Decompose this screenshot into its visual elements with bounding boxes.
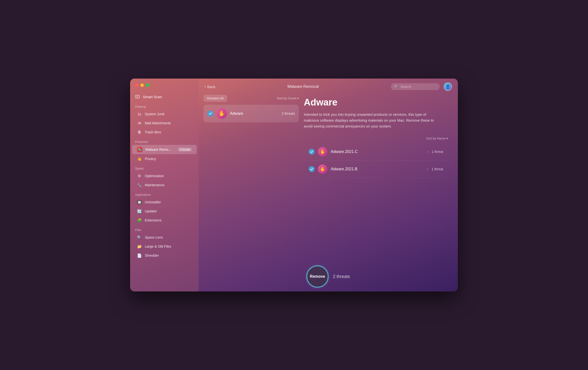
- large-files-icon: 📁: [137, 244, 142, 249]
- sidebar-item-maintenance[interactable]: 🔧 Maintenance: [132, 181, 197, 189]
- sidebar-item-updater[interactable]: 🔄 Updater: [132, 207, 197, 216]
- search-bar[interactable]: 🔍: [391, 83, 440, 90]
- sidebar-item-shredder[interactable]: 📄 Shredder: [132, 251, 197, 260]
- svg-point-7: [139, 175, 140, 177]
- sidebar-section-protection: Protection 🦠 Malware Remo... 2 threats 👋…: [130, 137, 199, 163]
- adware-2021-b-checkbox[interactable]: [309, 166, 315, 172]
- deselect-all-button[interactable]: Deselect All: [204, 95, 227, 102]
- mail-icon: ✉: [137, 121, 142, 126]
- traffic-lights: [130, 83, 199, 92]
- back-label: Back: [207, 85, 215, 89]
- smart-scan-label: Smart Scan: [143, 95, 162, 99]
- privacy-icon: 👋: [137, 156, 142, 161]
- sidebar-item-system-junk[interactable]: 🗂 System Junk: [132, 110, 197, 118]
- malware-removal-label: Malware Remo...: [145, 148, 171, 151]
- maximize-button[interactable]: [146, 83, 149, 87]
- mail-attachments-label: Mail Attachments: [145, 121, 171, 125]
- shredder-icon: 📄: [137, 253, 142, 258]
- avatar-icon: 👤: [445, 84, 450, 89]
- updater-label: Updater: [145, 209, 157, 213]
- optimization-icon: [137, 173, 142, 178]
- app-window: Smart Scan Cleanup 🗂 System Junk ✉ Mail …: [130, 79, 458, 291]
- maintenance-icon: 🔧: [137, 183, 142, 187]
- adware-2021-c-chevron-icon: ›: [427, 150, 428, 154]
- uninstaller-label: Uninstaller: [145, 200, 161, 204]
- space-lens-icon: 🔍: [137, 235, 142, 240]
- header: ‹ Back Malware Removal 🔍 👤: [199, 79, 458, 95]
- section-label-applications: Applications: [130, 190, 199, 197]
- sidebar-item-smart-scan[interactable]: Smart Scan: [130, 92, 199, 102]
- left-panel: Deselect All Sort by Count ▾ ✋ Adware 2 …: [204, 95, 299, 257]
- optimization-label: Optimization: [145, 174, 164, 178]
- adware-2021-c-name: Adware.2021.C: [331, 150, 423, 154]
- back-chevron-icon: ‹: [204, 84, 206, 89]
- sidebar: Smart Scan Cleanup 🗂 System Junk ✉ Mail …: [130, 79, 199, 291]
- content-area: Deselect All Sort by Count ▾ ✋ Adware 2 …: [199, 95, 458, 262]
- adware-threat-name: Adware: [230, 111, 279, 116]
- threat-row-adware[interactable]: ✋ Adware 2 threats: [204, 105, 299, 122]
- uninstaller-icon: 🔲: [137, 200, 142, 205]
- trash-bins-label: Trash Bins: [145, 130, 161, 134]
- sort-by-name-button[interactable]: Sort by Name ▾: [304, 137, 448, 140]
- svg-rect-0: [136, 95, 139, 98]
- smart-scan-icon: [135, 94, 140, 99]
- search-icon: 🔍: [394, 85, 398, 89]
- extensions-icon: 🧩: [137, 218, 142, 223]
- close-button[interactable]: [135, 83, 138, 87]
- sidebar-item-malware-removal[interactable]: 🦠 Malware Remo... 2 threats: [132, 145, 197, 154]
- section-label-cleanup: Cleanup: [130, 102, 199, 109]
- adware-2021-b-name: Adware.2021.B: [331, 167, 423, 171]
- sidebar-section-speed: Speed Optimization 🔧 Maintenance: [130, 163, 199, 190]
- section-label-files: Files: [130, 225, 199, 233]
- malware-badge: 2 threats: [178, 148, 192, 151]
- remove-threats-summary: 2 threats: [333, 274, 350, 279]
- system-junk-icon: 🗂: [137, 112, 142, 116]
- sidebar-section-cleanup: Cleanup 🗂 System Junk ✉ Mail Attachments…: [130, 102, 199, 137]
- back-button[interactable]: ‹ Back: [204, 84, 215, 89]
- adware-threat-icon: ✋: [216, 108, 227, 119]
- adware-2021-c-checkbox[interactable]: [309, 149, 315, 155]
- sidebar-section-files: Files 🔍 Space Lens 📁 Large & Old Files 📄…: [130, 225, 199, 260]
- main-content: ‹ Back Malware Removal 🔍 👤 Deselect All …: [199, 79, 458, 291]
- extensions-label: Extensions: [145, 218, 161, 222]
- adware-2021-b-chevron-icon: ›: [427, 167, 428, 171]
- sidebar-item-space-lens[interactable]: 🔍 Space Lens: [132, 233, 197, 242]
- shredder-label: Shredder: [145, 254, 159, 257]
- system-junk-label: System Junk: [145, 112, 164, 116]
- malware-icon: 🦠: [137, 147, 142, 152]
- sidebar-item-privacy[interactable]: 👋 Privacy: [132, 154, 197, 163]
- trash-icon: 🗑: [137, 130, 142, 135]
- panel-toolbar: Deselect All Sort by Count ▾: [204, 95, 299, 102]
- updater-icon: 🔄: [137, 209, 142, 214]
- adware-description: Intended to trick you into buying unwant…: [304, 112, 441, 129]
- sub-threat-row-adware-2021-b[interactable]: ✋ Adware.2021.B › 1 threat: [304, 161, 448, 178]
- sidebar-item-uninstaller[interactable]: 🔲 Uninstaller: [132, 198, 197, 207]
- search-input[interactable]: [400, 85, 435, 89]
- adware-2021-c-count: 1 threat: [432, 150, 443, 154]
- large-old-files-label: Large & Old Files: [145, 244, 171, 248]
- adware-threat-count: 2 threats: [282, 112, 295, 116]
- right-panel: Adware Intended to trick you into buying…: [299, 95, 453, 257]
- avatar-button[interactable]: 👤: [444, 82, 452, 91]
- minimize-button[interactable]: [140, 83, 144, 87]
- sidebar-item-optimization[interactable]: Optimization: [132, 172, 197, 180]
- section-label-speed: Speed: [130, 163, 199, 171]
- page-title: Malware Removal: [219, 84, 387, 89]
- section-label-protection: Protection: [130, 137, 199, 145]
- adware-2021-c-icon: ✋: [318, 147, 327, 156]
- adware-2021-b-icon: ✋: [318, 164, 327, 174]
- sort-by-count-button[interactable]: Sort by Count ▾: [277, 96, 299, 100]
- sidebar-item-extensions[interactable]: 🧩 Extensions: [132, 216, 197, 225]
- remove-button[interactable]: Remove: [306, 266, 328, 288]
- sidebar-item-large-old-files[interactable]: 📁 Large & Old Files: [132, 242, 197, 251]
- sidebar-section-applications: Applications 🔲 Uninstaller 🔄 Updater 🧩 E…: [130, 190, 199, 225]
- sub-threat-row-adware-2021-c[interactable]: ✋ Adware.2021.C › 1 threat: [304, 143, 448, 161]
- adware-checkbox[interactable]: [207, 111, 213, 116]
- maintenance-label: Maintenance: [145, 183, 164, 187]
- sidebar-item-mail-attachments[interactable]: ✉ Mail Attachments: [132, 119, 197, 127]
- sidebar-item-trash-bins[interactable]: 🗑 Trash Bins: [132, 128, 197, 137]
- bottom-bar: Remove 2 threats: [199, 262, 458, 291]
- adware-title: Adware: [304, 97, 448, 108]
- privacy-label: Privacy: [145, 157, 156, 161]
- adware-2021-b-count: 1 threat: [432, 167, 443, 171]
